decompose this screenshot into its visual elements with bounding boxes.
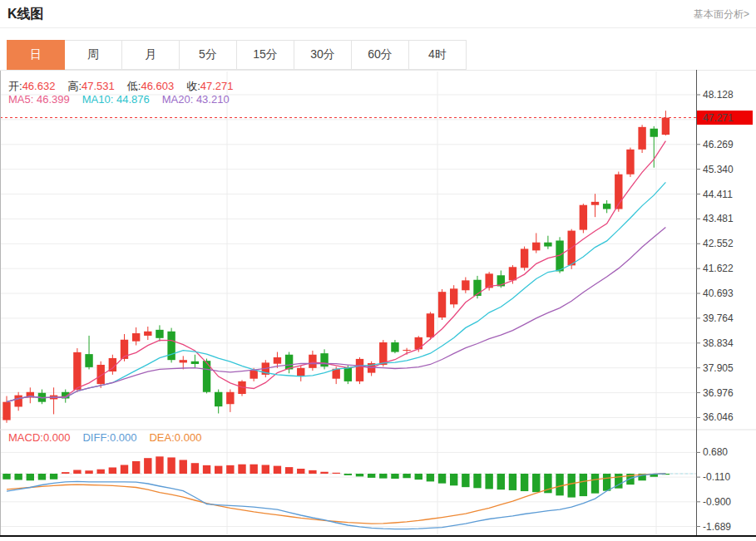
ohlc-low: 低:46.603 — [127, 80, 174, 92]
svg-text:40.693: 40.693 — [703, 288, 734, 299]
svg-text:36.046: 36.046 — [703, 411, 734, 423]
svg-text:44.411: 44.411 — [703, 189, 733, 200]
ma-ma20: MA20: 43.210 — [162, 93, 230, 106]
ohlc-open: 开:46.632 — [8, 80, 55, 92]
kline-chart[interactable]: 48.12846.26945.34044.41143.48142.55241.6… — [0, 70, 756, 541]
svg-text:42.552: 42.552 — [703, 238, 734, 249]
fundamental-analysis-link[interactable]: 基本面分析> — [694, 7, 749, 22]
svg-text:46.269: 46.269 — [703, 139, 734, 150]
price-axis-labels: 48.12846.26945.34044.41143.48142.55241.6… — [696, 89, 734, 423]
candles — [2, 111, 670, 423]
period-tab-1[interactable]: 日 — [7, 40, 65, 70]
widget-header: K线图 基本面分析> — [0, 0, 756, 28]
svg-text:43.481: 43.481 — [703, 213, 734, 224]
ma5-line — [7, 141, 665, 402]
current-price-flag: 47.271 — [697, 111, 753, 125]
period-tab-7[interactable]: 60分 — [351, 40, 409, 70]
ma-ma10: MA10: 44.876 — [82, 93, 150, 106]
period-tab-6[interactable]: 30分 — [294, 40, 352, 70]
grid — [0, 71, 696, 534]
svg-text:37.905: 37.905 — [703, 362, 734, 374]
period-tab-2[interactable]: 周 — [64, 40, 122, 70]
svg-text:36.976: 36.976 — [703, 387, 734, 399]
svg-text:0.680: 0.680 — [703, 446, 728, 458]
period-tab-5[interactable]: 15分 — [236, 40, 294, 70]
svg-text:47.271: 47.271 — [703, 112, 734, 124]
ma-legend: MA5: 46.399MA10: 44.876MA20: 43.210 — [8, 93, 242, 106]
period-tab-8[interactable]: 4时 — [408, 40, 467, 70]
svg-text:48.128: 48.128 — [703, 89, 734, 101]
svg-text:-1.689: -1.689 — [703, 521, 731, 533]
dea-line — [7, 474, 665, 524]
macd-macd: MACD:0.000 — [8, 431, 70, 444]
macd-legend: MACD:0.000DIFF:0.000DEA:0.000 — [8, 431, 214, 444]
ma-ma5: MA5: 46.399 — [8, 93, 70, 106]
period-tabs: 日周月5分15分30分60分4时 — [7, 40, 467, 70]
ma10-line — [7, 182, 665, 401]
svg-text:41.622: 41.622 — [703, 263, 734, 274]
period-tab-3[interactable]: 月 — [121, 40, 180, 70]
svg-text:-0.900: -0.900 — [703, 496, 731, 508]
macd-diff: DIFF:0.000 — [82, 431, 136, 444]
page-title: K线图 — [7, 6, 44, 23]
ohlc-legend: 开:46.632高:47.531低:46.603收:47.271 — [8, 79, 246, 94]
svg-text:45.340: 45.340 — [703, 164, 734, 175]
ohlc-high: 高:47.531 — [67, 80, 114, 92]
svg-text:39.764: 39.764 — [703, 312, 734, 324]
ohlc-close: 收:47.271 — [186, 80, 233, 92]
diff-line — [7, 474, 665, 529]
period-tab-4[interactable]: 5分 — [179, 40, 237, 70]
macd-axis-labels: 0.680-0.110-0.900-1.689 — [696, 446, 731, 532]
macd-dea: DEA:0.000 — [149, 431, 201, 444]
svg-text:-0.110: -0.110 — [703, 471, 730, 483]
svg-text:38.834: 38.834 — [703, 337, 734, 349]
kline-widget: K线图 基本面分析> 日周月5分15分30分60分4时 开:46.632高:47… — [0, 0, 756, 541]
